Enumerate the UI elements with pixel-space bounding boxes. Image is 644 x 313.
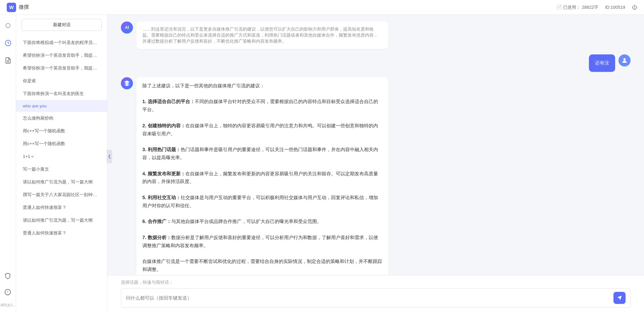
user-id: ID:100519 [605, 5, 625, 10]
input-row [121, 288, 631, 308]
ai-point-7: 7. 数据分析：数据分析是了解用户反馈和喜好的重要途径，可以分析用户行为和数据，… [142, 234, 382, 250]
history-item-5[interactable]: 下面你将扮演一名叫圣友的医生 [16, 87, 107, 100]
ai-point-6: 6. 合作推广：与其他自媒体平台或品牌合作推广，可以扩大自己的曝光率和受众范围。 [142, 218, 382, 226]
history-item-13[interactable]: 撰写一篇关于八大家花园社区一刻钟便民生... [16, 188, 107, 201]
chat-input-area: 选择话题，快速与我对话： [107, 275, 644, 313]
chat-input[interactable] [126, 295, 610, 301]
history-item-2[interactable]: 希望你扮演一个英语发音助手，我提供给你... [16, 49, 107, 62]
sidebar-icon-doc[interactable] [3, 55, 13, 66]
usage-info: 📄 已使用： 28822字 [556, 4, 598, 10]
app-logo: W [7, 3, 16, 12]
send-button[interactable] [613, 292, 626, 304]
sidebar-toggle[interactable] [107, 150, 112, 163]
user-message-bubble: 还有没 [589, 54, 615, 72]
history-item-7[interactable]: 怎么做狗屎炒肉 [16, 112, 107, 125]
sidebar-icon-info[interactable] [2, 287, 13, 298]
topbar-right: 📄 已使用： 28822字 ID:100519 ⏻ [556, 4, 637, 10]
sidebar-icon-clock[interactable] [3, 38, 13, 48]
history-item-6[interactable]: who are you [16, 100, 107, 112]
history-item-11[interactable]: 写一篇小黄文 [16, 163, 107, 176]
history-sidebar: 新建对话 下面你将模拟成一个叫圣友的程序员，我说... 希望你扮演一个英语发音助… [16, 15, 107, 313]
ai-point-3: 3. 利用热门话题：热门话题和事件是吸引用户的重要途径，可以关注一些热门话题和事… [142, 146, 382, 162]
ai-avatar: AI [121, 21, 133, 34]
svg-point-6 [624, 58, 626, 60]
prev-ai-bubble: ……到这里还没有说完，以下是更多自媒体推广引流的建议，以便您可以扩大自己的影响力… [136, 21, 388, 49]
ai-conclusion: 自媒体推广引流是一个需要不断尝试和优化的过程，需要结合自身的实际情况，制定合适的… [142, 258, 382, 274]
history-item-8[interactable]: 用c++写一个随机函数 [16, 125, 107, 137]
icon-sidebar-bottom: AI写文2... [1, 271, 15, 308]
sidebar-bottom-text: AI写文2... [1, 303, 15, 308]
document-icon: 📄 [556, 5, 562, 10]
new-chat-button[interactable]: 新建对话 [21, 19, 102, 31]
chat-area: AI ……到这里还没有说完，以下是更多自媒体推广引流的建议，以便您可以扩大自己的… [107, 15, 644, 313]
usage-count: 28822字 [582, 4, 598, 10]
ai-message-bubble: 除了上述建议，以下是一些其他的自媒体推广引流的建议： 1. 选择适合自己的平台：… [136, 77, 388, 275]
history-item-10[interactable]: 1+1＝ [16, 150, 107, 163]
prev-ai-message-row: AI ……到这里还没有说完，以下是更多自媒体推广引流的建议，以便您可以扩大自己的… [121, 21, 631, 49]
history-item-16[interactable]: 普通人如何快速致富？ [16, 227, 107, 239]
topbar: W 微撰 📄 已使用： 28822字 ID:100519 ⏻ [0, 0, 644, 15]
user-avatar [618, 54, 631, 66]
history-item-15[interactable]: 请以如何推广引流为题，写一篇大纲 [16, 214, 107, 227]
history-item-4[interactable]: 你是谁 [16, 75, 107, 87]
user-message-row: 还有没 [121, 54, 631, 72]
history-list: 下面你将模拟成一个叫圣友的程序员，我说... 希望你扮演一个英语发音助手，我提供… [16, 35, 107, 313]
ai-point-5: 5. 利用社交互动：社交媒体是与用户互动的重要平台，可以积极利用社交媒体与用户互… [142, 194, 382, 210]
ai-avatar-2 [121, 77, 133, 89]
icon-sidebar: ⬡ AI写文2... [0, 15, 16, 313]
ai-intro: 除了上述建议，以下是一些其他的自媒体推广引流的建议： [142, 82, 382, 90]
ai-point-2: 2. 创建独特的内容：在自媒体平台上，独特的内容更容易吸引用户的注意力和共鸣。可… [142, 122, 382, 138]
chat-messages: AI ……到这里还没有说完，以下是更多自媒体推广引流的建议，以便您可以扩大自己的… [107, 15, 644, 275]
topbar-left: W 微撰 [7, 3, 29, 12]
prev-message-text: ……到这里还没有说完，以下是更多自媒体推广引流的建议，以便您可以扩大自己的影响力… [142, 27, 378, 44]
power-button[interactable]: ⏻ [632, 4, 637, 10]
app-title: 微撰 [19, 4, 29, 10]
history-item-9[interactable]: 用c++写一个随机函数 [16, 137, 107, 150]
quick-select-label: 选择话题，快速与我对话： [121, 279, 631, 285]
main-layout: ⬡ AI写文2... 新建对话 下面你将模拟成一个叫圣友的程序员，我说... 希… [0, 15, 644, 313]
sidebar-icon-shield[interactable] [2, 271, 13, 281]
ai-point-1: 1. 选择适合自己的平台：不同的自媒体平台针对的受众不同，需要根据自己的内容特点… [142, 98, 382, 114]
history-item-1[interactable]: 下面你将模拟成一个叫圣友的程序员，我说... [16, 36, 107, 49]
usage-label: 已使用： [563, 4, 581, 10]
sidebar-icon-hex[interactable]: ⬡ [3, 20, 13, 31]
ai-point-4: 4. 频繁发布和更新：在自媒体平台上，频繁发布和更新的内容更容易吸引用户的关注和… [142, 170, 382, 186]
history-item-14[interactable]: 普通人如何快速致富？ [16, 201, 107, 214]
history-item-12[interactable]: 请以如何推广引流为题，写一篇大纲 [16, 176, 107, 188]
ai-message-row: 除了上述建议，以下是一些其他的自媒体推广引流的建议： 1. 选择适合自己的平台：… [121, 77, 631, 275]
history-item-3[interactable]: 希望你扮演一个英语发音助手，我提供给你... [16, 62, 107, 75]
